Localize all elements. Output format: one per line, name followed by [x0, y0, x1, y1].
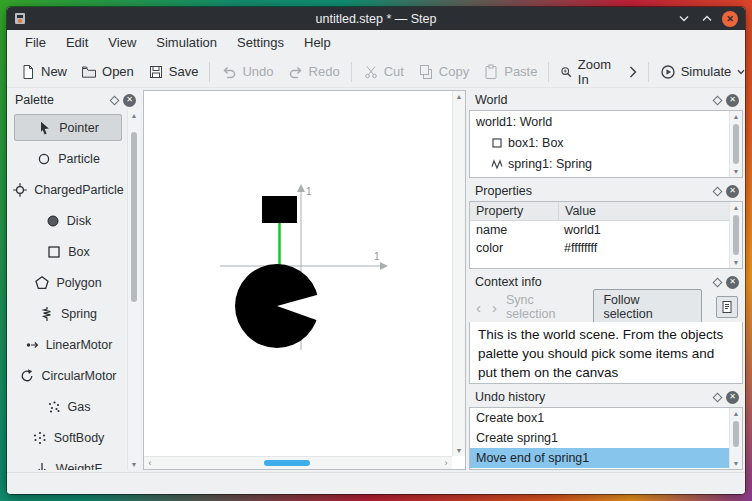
redo-button[interactable]: Redo — [281, 60, 347, 84]
menu-item-file[interactable]: File — [15, 30, 56, 56]
sync-selection-button[interactable]: Sync selection — [506, 293, 586, 321]
table-row[interactable]: name world1 — [470, 221, 729, 239]
float-dock-icon[interactable] — [110, 95, 120, 105]
scroll-down-icon[interactable]: ▼ — [456, 445, 463, 456]
column-header-property[interactable]: Property — [470, 204, 558, 218]
world-scrollbar[interactable]: ▲ ▼ — [729, 111, 742, 177]
back-icon[interactable]: ‹ — [474, 300, 483, 315]
palette-item-linearmotor[interactable]: LinearMotor — [14, 331, 122, 358]
copy-button[interactable]: Copy — [411, 60, 476, 84]
palette-item-label: Spring — [61, 307, 97, 321]
palette-item-gas[interactable]: Gas — [14, 393, 122, 420]
menu-item-simulation[interactable]: Simulation — [146, 30, 227, 56]
close-button[interactable]: ✕ — [722, 11, 738, 27]
palette-dock-header: Palette ✕ — [9, 90, 140, 110]
properties-scrollbar[interactable]: ▲ ▼ — [729, 202, 742, 268]
palette-item-pointer[interactable]: Pointer — [14, 114, 122, 141]
canvas-horizontal-scrollbar[interactable]: ‹ › — [144, 456, 452, 469]
scrollbar-thumb[interactable] — [733, 215, 739, 255]
copy-icon — [418, 64, 434, 80]
toolbar-overflow-button[interactable] — [622, 62, 644, 82]
scrollbar-thumb[interactable] — [733, 124, 739, 164]
palette-item-particle[interactable]: Particle — [14, 145, 122, 172]
scroll-right-icon[interactable]: › — [440, 457, 452, 469]
context-doc-button[interactable] — [716, 296, 738, 318]
table-row[interactable]: color #ffffffff — [470, 239, 729, 257]
scroll-down-icon[interactable]: ▼ — [131, 459, 138, 470]
scroll-up-icon[interactable]: ▲ — [131, 110, 138, 121]
undo-item-move-end-of-spring1[interactable]: Move end of spring1 — [470, 448, 729, 468]
menu-item-settings[interactable]: Settings — [227, 30, 294, 56]
scroll-up-icon[interactable]: ▲ — [456, 91, 463, 102]
copy-button-label: Copy — [439, 64, 469, 79]
float-dock-icon[interactable] — [713, 95, 723, 105]
step-window: untitled.step * — Step ✕ File Edit View … — [7, 7, 745, 494]
scroll-down-icon[interactable]: ▼ — [733, 458, 740, 469]
scroll-down-icon[interactable]: ▼ — [733, 257, 740, 268]
palette-item-chargedparticle[interactable]: ChargedParticle — [14, 176, 122, 203]
menu-item-view[interactable]: View — [98, 30, 146, 56]
titlebar[interactable]: untitled.step * — Step ✕ — [7, 7, 745, 30]
palette-item-softbody[interactable]: SoftBody — [14, 424, 122, 451]
circular-motor-icon — [19, 368, 35, 384]
scroll-up-icon[interactable]: ▲ — [733, 408, 740, 419]
open-button[interactable]: Open — [74, 60, 141, 84]
canvas-vertical-scrollbar[interactable]: ▲ ▼ — [452, 91, 465, 456]
scrollbar-thumb[interactable] — [131, 132, 137, 302]
cut-button[interactable]: Cut — [356, 60, 411, 84]
menu-item-edit[interactable]: Edit — [56, 30, 98, 56]
gas-icon — [46, 399, 62, 415]
save-button[interactable]: Save — [141, 60, 206, 84]
new-button[interactable]: New — [13, 60, 74, 84]
close-dock-button[interactable]: ✕ — [726, 276, 739, 289]
simulate-button[interactable]: Simulate — [653, 60, 745, 84]
palette-item-disk[interactable]: Disk — [14, 207, 122, 234]
undo-button[interactable]: Undo — [214, 60, 280, 84]
scroll-up-icon[interactable]: ▲ — [733, 202, 740, 213]
palette-item-circularmotor[interactable]: CircularMotor — [14, 362, 122, 389]
scroll-down-icon[interactable]: ▼ — [733, 166, 740, 177]
property-value-cell[interactable]: #ffffffff — [558, 241, 729, 255]
undo-item-create-spring1[interactable]: Create spring1 — [470, 428, 729, 448]
palette-item-polygon[interactable]: Polygon — [14, 269, 122, 296]
close-dock-button[interactable]: ✕ — [726, 391, 739, 404]
tree-item-spring1[interactable]: spring1: Spring — [470, 153, 729, 174]
undo-scrollbar[interactable]: ▲ ▼ — [729, 408, 742, 469]
menu-item-help[interactable]: Help — [294, 30, 341, 56]
scrollbar-thumb[interactable] — [733, 421, 739, 447]
disk-object[interactable] — [235, 264, 324, 348]
close-dock-button[interactable]: ✕ — [726, 94, 739, 107]
tree-item-box1[interactable]: box1: Box — [470, 132, 729, 153]
property-value-cell[interactable]: world1 — [558, 223, 729, 237]
float-dock-icon[interactable] — [713, 186, 723, 196]
float-dock-icon[interactable] — [713, 392, 723, 402]
scroll-up-icon[interactable]: ▲ — [733, 111, 740, 122]
close-dock-button[interactable]: ✕ — [726, 185, 739, 198]
column-header-value[interactable]: Value — [558, 202, 729, 220]
world-dock: World ✕ world1: World box1: Box — [469, 90, 743, 178]
follow-selection-button[interactable]: Follow selection — [593, 289, 702, 325]
context-info-title: Context info — [475, 275, 709, 289]
context-info-dock: Context info ✕ ‹ › Sync selection Follow… — [469, 272, 743, 384]
minimize-button[interactable] — [676, 11, 692, 27]
palette-scrollbar[interactable]: ▲ ▼ — [127, 110, 140, 470]
palette-item-spring[interactable]: Spring — [14, 300, 122, 327]
scrollbar-thumb[interactable] — [264, 460, 310, 466]
canvas[interactable]: 1 1 ▲ — [143, 90, 466, 470]
box1-object[interactable] — [262, 196, 297, 223]
paste-button[interactable]: Paste — [476, 60, 544, 84]
tree-item-world1[interactable]: world1: World — [470, 111, 729, 132]
undo-item-create-box1[interactable]: Create box1 — [470, 408, 729, 428]
zoom-in-button[interactable]: Zoom In — [553, 53, 621, 91]
close-icon: ✕ — [729, 393, 736, 401]
y-axis-label: 1 — [306, 186, 312, 197]
palette-item-box[interactable]: Box — [14, 238, 122, 265]
scroll-left-icon[interactable]: ‹ — [144, 457, 156, 469]
maximize-button[interactable] — [699, 11, 715, 27]
float-dock-icon[interactable] — [713, 277, 723, 287]
palette-item-weightforce[interactable]: WeightF — [14, 455, 122, 470]
palette-item-label: Box — [68, 245, 90, 259]
linear-motor-icon — [24, 337, 40, 353]
close-dock-button[interactable]: ✕ — [123, 94, 136, 107]
forward-icon[interactable]: › — [490, 300, 499, 315]
